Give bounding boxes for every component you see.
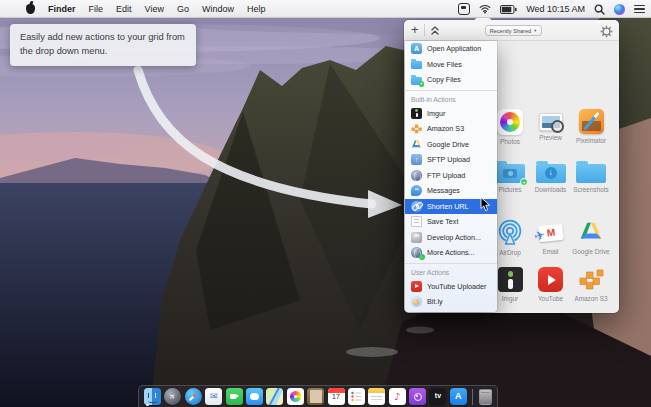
- dock-mail-icon[interactable]: [205, 388, 222, 405]
- menubar-item-help[interactable]: Help: [247, 4, 266, 14]
- menu-item-youtube-uploader[interactable]: YouTube Uploader: [405, 279, 497, 295]
- dock-photos-icon[interactable]: [287, 388, 304, 405]
- menu-item-save-text[interactable]: Save Text: [405, 214, 497, 230]
- dock: 17: [138, 385, 498, 407]
- menu-item-copy-files[interactable]: Copy Files: [405, 72, 497, 88]
- menubar-clock[interactable]: Wed 10:15 AM: [526, 4, 585, 14]
- gear-icon: [600, 25, 613, 38]
- dropshare-menubar-icon[interactable]: [458, 3, 470, 15]
- notification-center-icon[interactable]: [634, 5, 645, 13]
- grid-tile-google-drive[interactable]: Google Drive: [571, 219, 611, 256]
- menu-item-ftp-upload[interactable]: FTP Upload: [405, 168, 497, 184]
- menubar-item-window[interactable]: Window: [202, 4, 234, 14]
- youtube-icon: [538, 267, 563, 292]
- dock-safari-icon[interactable]: [185, 388, 202, 405]
- dock-contacts-icon[interactable]: [307, 388, 324, 405]
- grid-row: + Pictures ↓ Downloads Screenshots: [490, 159, 611, 193]
- menubar-item-go[interactable]: Go: [177, 4, 189, 14]
- apple-menu-icon[interactable]: [26, 4, 35, 14]
- user-actions-header: User Actions: [405, 266, 497, 279]
- tile-label: Downloads: [535, 186, 567, 193]
- tile-label: Screenshots: [573, 186, 609, 193]
- grid-tile-preview[interactable]: Preview: [531, 109, 571, 145]
- develop-action-icon: [411, 232, 422, 243]
- dock-app-store-icon[interactable]: [450, 388, 467, 405]
- dock-reminders-icon[interactable]: [348, 388, 365, 405]
- add-action-button[interactable]: +: [404, 21, 424, 40]
- builtin-actions-header: Built-in Actions: [405, 93, 497, 106]
- grid-tile-youtube[interactable]: YouTube: [531, 267, 571, 302]
- menubar-item-file[interactable]: File: [89, 4, 104, 14]
- dock-notes-icon[interactable]: [368, 388, 385, 405]
- grid-tile-pixelmator[interactable]: Pixelmator: [571, 109, 611, 145]
- menu-separator: [405, 90, 497, 91]
- menubar-app-name[interactable]: Finder: [48, 4, 76, 14]
- bitly-icon: [411, 296, 422, 307]
- calendar-day: 17: [328, 393, 345, 400]
- dock-separator: [472, 389, 473, 405]
- expand-button[interactable]: [425, 25, 445, 36]
- dock-facetime-icon[interactable]: [226, 388, 243, 405]
- menu-bar: Finder File Edit View Go Window Help Wed…: [0, 0, 651, 18]
- more-actions-globe-icon: [411, 247, 422, 258]
- sftp-upload-icon: [411, 154, 422, 165]
- dock-calendar-icon[interactable]: 17: [328, 388, 345, 405]
- menu-item-label: Save Text: [427, 217, 458, 226]
- preview-icon: [539, 113, 563, 131]
- menu-item-label: Messages: [427, 186, 460, 195]
- amazon-s3-icon: [411, 123, 422, 134]
- dock-finder-icon[interactable]: [144, 388, 161, 405]
- siri-icon[interactable]: [614, 4, 625, 15]
- menu-item-imgur[interactable]: Imgur: [405, 106, 497, 122]
- grid-tile-email[interactable]: M✈ Email: [531, 219, 571, 256]
- dock-trash-icon[interactable]: [479, 389, 492, 405]
- menu-item-move-files[interactable]: Move Files: [405, 57, 497, 73]
- battery-icon[interactable]: [500, 5, 517, 14]
- tile-label: Pixelmator: [576, 137, 606, 144]
- tile-label: Imgur: [502, 295, 518, 302]
- downloads-folder-icon: ↓: [536, 164, 566, 183]
- grid-tile-amazon-s3[interactable]: Amazon S3: [571, 267, 611, 302]
- tile-label: Preview: [539, 134, 562, 141]
- menu-item-google-drive[interactable]: Google Drive: [405, 137, 497, 153]
- menu-item-open-application[interactable]: Open Application: [405, 41, 497, 57]
- settings-button[interactable]: [600, 24, 613, 42]
- tutorial-tooltip: Easily add new actions to your grid from…: [10, 24, 196, 66]
- menu-item-label: Google Drive: [427, 140, 469, 149]
- dock-messages-icon[interactable]: [246, 388, 263, 405]
- menu-item-label: Develop Action...: [427, 233, 481, 242]
- grid-row: AirDrop M✈ Email Google Drive: [490, 219, 611, 256]
- menu-item-bitly[interactable]: Bit.ly: [405, 294, 497, 310]
- wifi-icon[interactable]: [479, 4, 491, 14]
- grid-tile-downloads[interactable]: ↓ Downloads: [531, 159, 571, 193]
- grid-tile-screenshots[interactable]: Screenshots: [571, 159, 611, 193]
- menu-item-develop-action[interactable]: Develop Action...: [405, 230, 497, 246]
- menu-item-more-actions[interactable]: More Actions...: [405, 245, 497, 261]
- menu-item-label: Copy Files: [427, 75, 461, 84]
- dock-maps-icon[interactable]: [266, 388, 283, 405]
- menu-item-label: SFTP Upload: [427, 155, 470, 164]
- screenshots-folder-icon: [576, 164, 606, 183]
- double-chevron-up-icon: [430, 25, 440, 36]
- collection-selector[interactable]: Recently Shared ▼: [485, 25, 542, 36]
- menu-item-amazon-s3[interactable]: Amazon S3: [405, 121, 497, 137]
- dock-launchpad-icon[interactable]: [164, 388, 181, 405]
- ftp-upload-globe-icon: [411, 170, 422, 181]
- grid-row: Imgur YouTube Amazon S3: [490, 267, 611, 302]
- amazon-s3-icon: [578, 267, 604, 292]
- menubar-item-view[interactable]: View: [145, 4, 164, 14]
- menu-item-sftp-upload[interactable]: SFTP Upload: [405, 152, 497, 168]
- tile-label: Photos: [500, 138, 520, 145]
- menu-item-label: Move Files: [427, 60, 462, 69]
- menu-item-label: FTP Upload: [427, 171, 465, 180]
- dock-music-icon[interactable]: [389, 388, 406, 405]
- tile-label: AirDrop: [499, 249, 521, 256]
- dock-podcasts-icon[interactable]: [409, 388, 426, 405]
- search-icon[interactable]: [594, 4, 605, 15]
- collection-selector-label: Recently Shared: [490, 28, 531, 34]
- pictures-folder-icon: +: [495, 164, 525, 183]
- menubar-item-edit[interactable]: Edit: [116, 4, 132, 14]
- photos-icon: [497, 109, 523, 135]
- dock-tv-icon[interactable]: [429, 388, 446, 405]
- tile-label: Email: [543, 248, 559, 255]
